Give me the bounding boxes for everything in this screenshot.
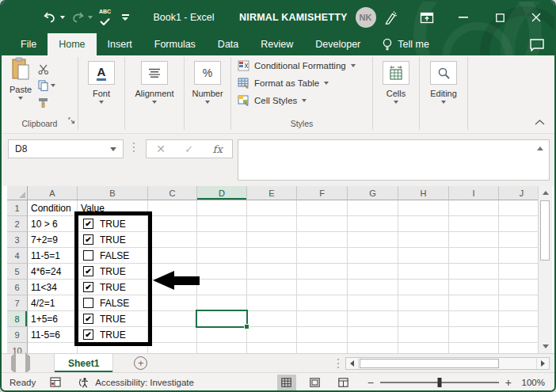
- cell-F7[interactable]: [297, 295, 348, 311]
- formula-input[interactable]: [238, 139, 550, 181]
- row-header-4[interactable]: 4: [7, 248, 28, 264]
- ink-pen-icon[interactable]: [372, 2, 409, 33]
- cell-J2[interactable]: [499, 216, 538, 232]
- cell-F10[interactable]: [297, 343, 348, 353]
- cell-D3[interactable]: [197, 232, 247, 248]
- cell-E5[interactable]: [247, 264, 297, 280]
- horizontal-scroll-thumb[interactable]: [360, 359, 499, 368]
- close-button[interactable]: [518, 2, 554, 33]
- cell-D5[interactable]: [197, 264, 247, 280]
- cell-A4[interactable]: 11-5=1: [28, 248, 78, 264]
- cell-H2[interactable]: [398, 216, 449, 232]
- cell-D10[interactable]: [197, 343, 247, 353]
- vertical-scroll-thumb[interactable]: [540, 200, 550, 261]
- cell-D4[interactable]: [197, 248, 247, 264]
- name-box[interactable]: D8: [8, 139, 124, 158]
- new-sheet-button[interactable]: +: [134, 356, 147, 370]
- cell-A5[interactable]: 4*6=24: [28, 264, 78, 280]
- cell-F8[interactable]: [297, 311, 348, 327]
- column-header-A[interactable]: A: [28, 186, 78, 200]
- accessibility-status[interactable]: Accessibility: Investigate: [95, 378, 194, 387]
- cell-I4[interactable]: [449, 248, 499, 264]
- copy-button[interactable]: [38, 80, 55, 91]
- cell-F6[interactable]: [297, 280, 348, 295]
- cell-H5[interactable]: [398, 264, 449, 280]
- cell-C7[interactable]: [148, 295, 197, 311]
- cell-D9[interactable]: [197, 327, 247, 343]
- format-painter-button[interactable]: [38, 97, 55, 108]
- tab-insert[interactable]: Insert: [97, 33, 143, 55]
- editing-button[interactable]: Editing: [420, 57, 467, 104]
- cell-F5[interactable]: [297, 264, 348, 280]
- cell-G9[interactable]: [348, 327, 398, 343]
- zoom-in-button[interactable]: +: [505, 376, 512, 389]
- paste-button[interactable]: Paste: [10, 57, 32, 108]
- cell-E9[interactable]: [247, 327, 297, 343]
- cell-C9[interactable]: [148, 327, 197, 343]
- cell-F2[interactable]: [297, 216, 348, 232]
- row-header-1[interactable]: 1: [7, 200, 28, 216]
- cell-I1[interactable]: [449, 200, 499, 216]
- cell-J4[interactable]: [499, 248, 538, 264]
- zoom-out-button[interactable]: −: [367, 376, 374, 389]
- column-header-F[interactable]: F: [297, 186, 348, 200]
- cell-C10[interactable]: [148, 343, 197, 353]
- cell-C1[interactable]: [148, 200, 197, 216]
- cell-F9[interactable]: [297, 327, 348, 343]
- sheet-nav-left-button[interactable]: [11, 356, 16, 371]
- cell-E7[interactable]: [247, 295, 297, 311]
- cell-I2[interactable]: [449, 216, 499, 232]
- horizontal-scrollbar[interactable]: [345, 357, 550, 370]
- clipboard-dialog-launcher[interactable]: [68, 113, 75, 127]
- alignment-button[interactable]: Alignment: [125, 57, 184, 104]
- cell-A7[interactable]: 4/2=1: [28, 295, 78, 311]
- undo-button[interactable]: [43, 10, 57, 25]
- cell-I8[interactable]: [449, 311, 499, 327]
- tab-formulas[interactable]: Formulas: [143, 33, 207, 55]
- tab-home[interactable]: Home: [48, 33, 96, 55]
- cell-C8[interactable]: [148, 311, 197, 327]
- cell-A9[interactable]: 11-5=6: [28, 327, 78, 343]
- cell-F3[interactable]: [297, 232, 348, 248]
- tell-me[interactable]: Tell me: [383, 33, 429, 55]
- cell-H6[interactable]: [398, 280, 449, 295]
- cell-G5[interactable]: [348, 264, 398, 280]
- tab-developer[interactable]: Developer: [304, 33, 371, 55]
- cell-H9[interactable]: [398, 327, 449, 343]
- scroll-up-button[interactable]: [539, 186, 552, 200]
- minimize-button[interactable]: [445, 2, 482, 33]
- view-normal-button[interactable]: [277, 375, 296, 390]
- tab-data[interactable]: Data: [207, 33, 249, 55]
- column-header-H[interactable]: H: [398, 186, 449, 200]
- cell-D7[interactable]: [197, 295, 247, 311]
- cell-E2[interactable]: [247, 216, 297, 232]
- spelling-button[interactable]: ABC: [98, 10, 114, 25]
- scroll-right-button[interactable]: [536, 358, 549, 369]
- column-header-E[interactable]: E: [247, 186, 297, 200]
- cell-H4[interactable]: [398, 248, 449, 264]
- cell-I5[interactable]: [449, 264, 499, 280]
- zoom-slider-thumb[interactable]: [437, 378, 441, 387]
- collapse-ribbon-button[interactable]: [535, 114, 545, 128]
- cell-I10[interactable]: [449, 343, 499, 353]
- qat-customize-button[interactable]: [120, 10, 131, 25]
- column-header-G[interactable]: G: [348, 186, 398, 200]
- column-header-B[interactable]: B: [78, 186, 148, 200]
- cell-A8[interactable]: 1+5=6: [28, 311, 78, 327]
- cell-I6[interactable]: [449, 280, 499, 295]
- cell-G8[interactable]: [348, 311, 398, 327]
- cancel-button[interactable]: ✕: [156, 143, 166, 154]
- redo-button[interactable]: [70, 10, 85, 25]
- row-header-3[interactable]: 3: [7, 232, 28, 248]
- view-page-layout-button[interactable]: [306, 375, 325, 390]
- vertical-scrollbar[interactable]: [538, 186, 552, 353]
- cell-D6[interactable]: [197, 280, 247, 295]
- cell-G3[interactable]: [348, 232, 398, 248]
- cell-J10[interactable]: [499, 343, 538, 353]
- scroll-down-button[interactable]: [539, 340, 552, 353]
- cell-E4[interactable]: [247, 248, 297, 264]
- font-button[interactable]: A Font: [78, 57, 124, 104]
- cell-J5[interactable]: [499, 264, 538, 280]
- sheet-tab-sheet1[interactable]: Sheet1: [54, 354, 113, 372]
- cell-J9[interactable]: [499, 327, 538, 343]
